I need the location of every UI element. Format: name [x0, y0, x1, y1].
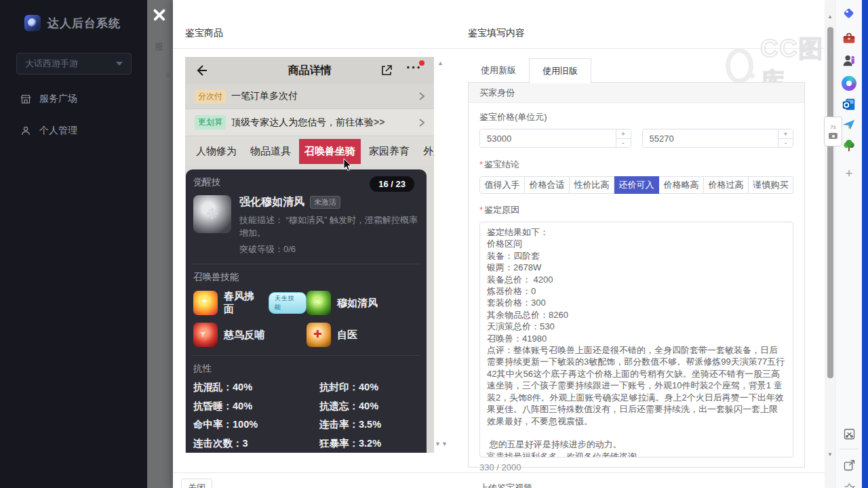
price-input-low: + -	[479, 129, 631, 148]
stat: 抗遗忘：40%	[319, 400, 420, 413]
edge-blue-band	[862, 0, 868, 488]
add-icon[interactable]: +	[841, 165, 857, 182]
stat: 连击次数：3	[193, 437, 319, 450]
app-logo-row: 达人后台系统	[0, 0, 147, 31]
sidebar-item-label: 个人管理	[39, 125, 77, 137]
divider	[192, 264, 420, 264]
conclusion-option-3-active[interactable]: 还价可入	[614, 176, 659, 194]
promo-row-expert[interactable]: 更划算 顶级专家达人为您估号，前往体验>>	[185, 109, 434, 136]
game-select-dropdown[interactable]: 大话西游手游	[16, 53, 132, 75]
buyer-identity-section[interactable]: 买家身份	[469, 83, 804, 103]
recorder-widget[interactable]: 7s	[824, 117, 842, 146]
appraisal-modal: 鉴宝商品 鉴宝填写内容 CC图库 商品详情 ··· 分次付 一笔订单多次付 更划…	[173, 0, 825, 488]
skill-description: 技能描述： “穆如清风” 触发时，澄霜解控概率增加。	[239, 214, 424, 239]
scroll-down-icon[interactable]: ▼	[441, 441, 448, 447]
conclusion-option-6[interactable]: 谨慎购买	[749, 176, 793, 194]
promo-row-installment[interactable]: 分次付 一笔订单多次付	[185, 84, 434, 109]
conclusion-option-5[interactable]: 价格过高	[704, 176, 749, 194]
tree-icon[interactable]	[841, 138, 857, 154]
toolbox-icon[interactable]	[841, 30, 857, 47]
share-icon[interactable]	[380, 64, 393, 77]
promo-text: 顶级专家达人为您估号，前往体验>>	[231, 117, 384, 129]
tab-appearance[interactable]: 外观	[418, 139, 434, 164]
close-icon[interactable]	[150, 5, 169, 24]
conclusion-option-1[interactable]: 价格合适	[525, 176, 570, 194]
pet-skill-item: 自医	[307, 323, 420, 347]
outlook-icon[interactable]	[841, 96, 857, 113]
conclusion-button-group: 值得入手 价格合适 性价比高 还价可入 价格略高 价格过高 谨慎购买	[479, 176, 793, 194]
tag-icon[interactable]	[841, 5, 857, 22]
header-divider	[173, 48, 825, 49]
footer-divider	[173, 472, 825, 473]
tab-character[interactable]: 人物修为	[191, 139, 242, 164]
reason-textarea[interactable]: 鉴定结果如下： 价格区间 装备：四阶套 银两：2678W 装备总价： 4200 …	[479, 222, 793, 458]
paper-plane-icon[interactable]	[841, 117, 857, 133]
right-column-title: 鉴宝填写内容	[468, 27, 525, 39]
sidebar: 达人后台系统 大话西游手游 服务广场 个人管理	[0, 0, 147, 488]
tab-use-new-version[interactable]: 使用新版	[468, 58, 529, 83]
pet-skill-item: 春风拂面 天生技能	[193, 290, 307, 316]
conclusion-option-4[interactable]: 价格略高	[659, 176, 704, 194]
resistance-title: 抗性	[193, 363, 420, 375]
game-select-value: 大话西游手游	[25, 58, 78, 70]
pet-skill-item: 穆如清风	[307, 290, 420, 316]
storefront-icon	[20, 94, 31, 104]
product-preview: 商品详情 ··· 分次付 一笔订单多次付 更划算 顶级专家达人为您估号，前往体验…	[185, 57, 434, 453]
copilot-swirl-icon[interactable]	[841, 75, 857, 92]
reason-label: 鉴定原因	[479, 204, 793, 216]
version-tabs: 使用新版 使用旧版	[468, 58, 591, 83]
tab-use-old-version[interactable]: 使用旧版	[529, 58, 591, 83]
app-title: 达人后台系统	[47, 16, 121, 31]
scroll-down-icon[interactable]: ▼	[827, 451, 833, 458]
decrease-icon[interactable]: -	[778, 139, 793, 148]
pet-skill-name: 慈鸟反哺	[224, 329, 264, 342]
close-button[interactable]: 关闭	[181, 479, 212, 488]
stat: 狂暴率：3.2%	[319, 437, 420, 450]
tab-home[interactable]: 家园养育	[363, 139, 415, 164]
stat: 抗封印：40%	[319, 381, 420, 394]
mouse-cursor	[343, 159, 353, 171]
conclusion-label: 鉴宝结论	[479, 159, 793, 171]
conclusion-option-2[interactable]: 性价比高	[570, 176, 614, 194]
tab-items[interactable]: 物品道具	[245, 139, 296, 164]
modal-backdrop[interactable]: 服 #	[147, 0, 173, 488]
screenshot-icon[interactable]	[841, 426, 857, 442]
inactive-badge: 未激活	[310, 196, 340, 209]
background-page-text: 服	[155, 41, 163, 53]
stat: 抗混乱：40%	[193, 381, 319, 394]
deal-badge: 更划算	[195, 115, 226, 129]
price-low-field[interactable]	[480, 129, 616, 147]
awaken-skill-icon: ❉	[193, 195, 231, 233]
page-scrollbar[interactable]: ▲ ▼	[825, 0, 835, 488]
left-column-title: 鉴宝商品	[185, 27, 223, 39]
partial-bottom-icon[interactable]	[841, 480, 857, 488]
category-tabs: 人物修为 物品道具 召唤兽坐骑 家园养育 外观	[185, 136, 434, 166]
chevron-right-icon	[418, 118, 426, 127]
scroll-up-icon[interactable]: ▲	[437, 60, 443, 66]
app-logo-icon	[24, 15, 41, 31]
price-high-field[interactable]	[643, 129, 778, 147]
pet-skill-item: 慈鸟反哺	[193, 323, 307, 347]
scroll-up-icon[interactable]: ▲	[827, 14, 833, 20]
camera-icon	[829, 133, 837, 139]
char-counter: 330 / 2000	[479, 462, 793, 472]
stat: 命中率：100%	[193, 418, 319, 431]
contacts-icon[interactable]	[841, 53, 857, 69]
open-external-icon[interactable]	[841, 457, 857, 473]
stat: 连击率：3.5%	[319, 418, 420, 431]
conclusion-option-0[interactable]: 值得入手	[479, 176, 525, 194]
promo-text: 一笔订单多次付	[231, 90, 298, 102]
phone-title: 商品详情	[185, 64, 434, 78]
skill-icon-ziyi	[307, 323, 331, 347]
decrease-icon[interactable]: -	[616, 139, 631, 148]
increase-icon[interactable]: +	[778, 129, 793, 139]
sidebar-item-service-plaza[interactable]: 服务广场	[0, 87, 147, 111]
page-scrollbar-thumb[interactable]	[827, 27, 833, 378]
skill-icon-ciniao	[193, 323, 218, 347]
number-stepper: + -	[616, 129, 631, 147]
scroll-down-icon[interactable]: ▼	[435, 441, 441, 447]
divider	[192, 355, 420, 356]
back-arrow-icon[interactable]	[195, 64, 208, 77]
sidebar-item-personal[interactable]: 个人管理	[0, 119, 147, 143]
increase-icon[interactable]: +	[616, 129, 631, 139]
